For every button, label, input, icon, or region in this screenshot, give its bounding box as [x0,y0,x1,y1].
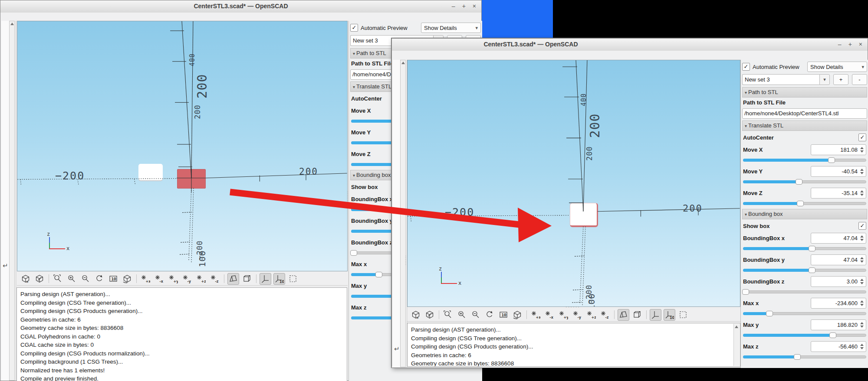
details-dropdown[interactable]: Show Details▾ [421,23,481,33]
scroll-up-icon[interactable] [735,326,738,328]
row-checkbox[interactable]: ✓ [858,222,866,230]
section-header[interactable]: ▾Bounding box [742,209,867,219]
section-header[interactable]: ▾Path to STL [742,87,867,98]
slider-handle[interactable] [828,157,835,163]
value-spinbox[interactable]: 186.820 [811,319,866,330]
console-log[interactable]: Parsing design (AST generation)...Compil… [407,323,740,367]
zoom-in-button[interactable] [456,309,468,321]
slider[interactable] [743,200,866,207]
editor-scrollbar[interactable] [400,60,406,367]
view-minus-z-button[interactable]: -z [599,309,611,321]
view-render-button[interactable] [34,273,46,285]
zoom-out-button[interactable] [80,273,92,285]
3d-viewport[interactable]: 600 400 200 200 −200 200 −200 100 z x [17,21,348,271]
close-button[interactable]: × [473,2,476,10]
section-header[interactable]: ▾Translate STL [742,120,867,131]
view-plus-x-button[interactable]: +x [530,309,542,321]
scroll-up-icon[interactable] [10,23,14,25]
view-plus-x-button[interactable]: +x [140,273,151,285]
panel-splitter[interactable]: ······ [347,191,349,202]
spin-arrows[interactable] [859,235,866,241]
view-plus-y-button[interactable]: +y [558,309,569,321]
spin-arrows[interactable] [859,322,866,328]
slider[interactable] [743,354,866,360]
splitter-handle[interactable]: ······ [566,306,580,308]
show-scale-markers-button[interactable]: 10 [664,309,675,321]
automatic-preview-checkbox[interactable]: ✓ [742,63,750,71]
spin-arrows[interactable] [859,190,866,196]
zoom-all-button[interactable]: 10 [498,309,510,321]
console-log[interactable]: Parsing design (AST generation)...Compil… [16,287,347,381]
value-spinbox[interactable]: -40.54 [811,166,866,177]
perspective-button[interactable] [618,309,629,321]
spin-arrows[interactable] [859,279,866,284]
slider[interactable] [743,179,866,185]
show-edges-button[interactable] [287,273,299,285]
spin-arrows[interactable] [859,169,866,174]
zoom-out-button[interactable] [470,309,482,321]
value-spinbox[interactable]: -35.14 [811,188,866,199]
view-minus-y-button[interactable]: -y [181,273,193,285]
openscad-window-front[interactable]: CenterSTL3.scad* — OpenSCAD – + × ↵ [391,38,868,368]
view-plus-z-button[interactable]: +z [585,309,597,321]
preset-remove-button[interactable]: - [852,74,867,85]
value-spinbox[interactable]: -234.600 [811,298,866,309]
view-preview-button[interactable]: » [410,309,422,321]
row-checkbox[interactable]: ✓ [858,134,866,141]
view-plus-z-button[interactable]: +z [195,273,207,285]
titlebar[interactable]: CenterSTL3.scad* — OpenSCAD – + × [392,39,868,51]
zoom-all-button[interactable]: 10 [108,273,119,285]
show-axes-button[interactable] [260,273,271,285]
value-spinbox[interactable]: 47.04 [811,254,866,265]
view-orient-button[interactable] [122,273,133,285]
view-render-button[interactable] [424,309,436,321]
view-minus-x-button[interactable]: -x [544,309,556,321]
spin-arrows[interactable] [859,300,866,306]
minimize-button[interactable]: – [452,2,455,10]
slider-handle[interactable] [809,267,815,273]
preset-name-input[interactable]: New set 3 [742,74,819,85]
slider-handle[interactable] [829,332,836,338]
editor-pane-collapsed[interactable]: ↵ [1,21,16,381]
close-button[interactable]: × [859,40,862,48]
zoom-in-button[interactable] [66,273,78,285]
slider-handle[interactable] [350,250,357,256]
show-scale-markers-button[interactable]: 10 [273,273,285,285]
minimize-button[interactable]: – [838,40,842,48]
spin-arrows[interactable] [859,344,866,349]
orthographic-button[interactable] [241,273,253,285]
view-plus-y-button[interactable]: +y [168,273,179,285]
zoom-fit-button[interactable] [52,273,64,285]
details-dropdown[interactable]: Show Details▾ [807,62,867,72]
slider-handle[interactable] [375,272,382,277]
3d-viewport[interactable]: 600 400 200 200 −200 200 −200 100 z x [407,60,740,307]
reset-view-button[interactable] [484,309,496,321]
view-minus-x-button[interactable]: -x [154,273,165,285]
view-minus-z-button[interactable]: -z [209,273,221,285]
slider[interactable] [743,289,866,295]
slider[interactable] [743,245,866,252]
show-edges-button[interactable] [677,309,689,321]
viewport-splitter[interactable]: ······ [405,255,408,266]
value-spinbox[interactable]: -56.460 [811,341,866,352]
titlebar[interactable]: CenterSTL3.scad* — OpenSCAD – + × [0,0,481,13]
slider[interactable] [743,157,866,163]
preset-dropdown-button[interactable]: ▾ [819,74,830,85]
value-spinbox[interactable]: 3.00 [811,276,866,287]
reset-view-button[interactable] [94,273,105,285]
slider-handle[interactable] [742,289,749,295]
perspective-button[interactable] [227,273,239,285]
preset-add-button[interactable]: + [833,74,848,85]
editor-scrollbar[interactable] [9,21,15,381]
value-spinbox[interactable]: 47.04 [811,233,866,244]
slider-handle[interactable] [797,201,804,206]
slider-handle[interactable] [796,179,802,185]
value-spinbox[interactable]: 181.08 [811,144,866,155]
slider[interactable] [743,332,866,339]
view-orient-button[interactable] [512,309,523,321]
scroll-up-icon[interactable] [401,62,405,64]
automatic-preview-checkbox[interactable]: ✓ [350,24,358,32]
spin-arrows[interactable] [859,257,866,263]
slider[interactable] [743,267,866,274]
console-scrollbar[interactable] [733,324,740,366]
